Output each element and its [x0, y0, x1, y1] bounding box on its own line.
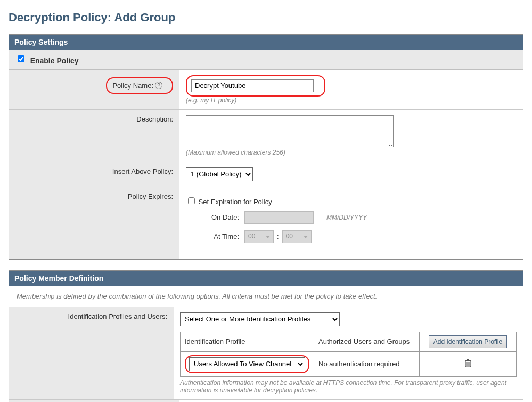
- auth-note: Authentication information may not be av…: [180, 379, 510, 394]
- member-definition-header: Policy Member Definition: [9, 271, 523, 286]
- member-definition-intro: Membership is defined by the combination…: [9, 286, 523, 307]
- identification-table: Identification Profile Authorized Users …: [180, 332, 517, 377]
- svg-rect-4: [465, 360, 471, 361]
- on-date-placeholder: MM/DD/YYYY: [326, 214, 367, 221]
- auth-text: No authentication required: [314, 351, 420, 376]
- policy-settings-panel: Policy Settings Enable Policy Policy Nam…: [9, 34, 523, 260]
- on-date-input: [244, 211, 314, 224]
- description-textarea[interactable]: [186, 115, 394, 147]
- policy-name-input[interactable]: [191, 79, 314, 92]
- insert-above-select[interactable]: 1 (Global Policy): [186, 167, 253, 181]
- policy-expires-label: Policy Expires:: [9, 187, 179, 259]
- th-auth: Authorized Users and Groups: [314, 332, 420, 351]
- profiles-select[interactable]: Select One or More Identification Profil…: [180, 312, 340, 326]
- profile-row-select[interactable]: Users Allowed To View Channel: [189, 357, 305, 371]
- at-time-label: At Time:: [201, 232, 239, 240]
- th-profile: Identification Profile: [181, 332, 314, 351]
- page-title: Decryption Policy: Add Group: [9, 11, 523, 25]
- insert-above-label: Insert Above Policy:: [9, 162, 179, 187]
- description-label: Description:: [9, 110, 179, 162]
- table-header-row: Identification Profile Authorized Users …: [181, 332, 517, 351]
- policy-name-highlight: Policy Name: ?: [106, 77, 173, 94]
- profile-row-highlight: Users Allowed To View Channel: [185, 355, 309, 373]
- advanced-text: Define additional group membership crite…: [179, 400, 523, 402]
- set-expiration-checkbox[interactable]: [188, 197, 195, 204]
- enable-policy-label: Enable Policy: [30, 57, 79, 65]
- on-date-label: On Date:: [201, 213, 239, 221]
- svg-rect-5: [467, 359, 469, 360]
- enable-policy-row: Enable Policy: [9, 50, 523, 70]
- policy-name-label: Policy Name:: [112, 82, 153, 90]
- at-time-hour: [244, 230, 274, 243]
- profiles-users-label: Identification Profiles and Users:: [9, 307, 174, 399]
- enable-policy-checkbox[interactable]: [18, 55, 24, 62]
- help-icon[interactable]: ?: [155, 82, 162, 89]
- at-time-minute: [282, 230, 312, 243]
- trash-icon[interactable]: [464, 359, 472, 367]
- set-expiration-label: Set Expiration for Policy: [199, 198, 272, 206]
- member-definition-panel: Policy Member Definition Membership is d…: [9, 270, 523, 402]
- add-identification-profile-button[interactable]: Add Identification Profile: [429, 335, 507, 348]
- description-hint: (Maximum allowed characters 256): [186, 149, 517, 156]
- table-row: Users Allowed To View Channel No authent…: [181, 351, 517, 376]
- policy-name-hint: (e.g. my IT policy): [186, 97, 517, 104]
- policy-settings-header: Policy Settings: [9, 35, 523, 50]
